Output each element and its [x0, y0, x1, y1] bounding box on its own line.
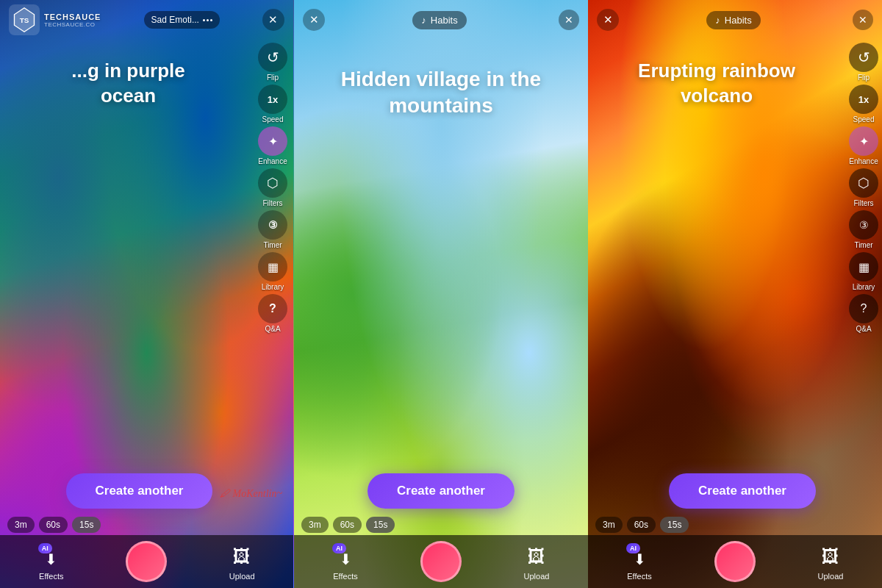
- effects-label-2: Effects: [333, 572, 357, 581]
- duration-3m-3[interactable]: 3m: [595, 517, 623, 533]
- effects-item-3[interactable]: AI ⬇ Effects: [626, 543, 653, 581]
- effects-item-1[interactable]: AI ⬇ Effects: [38, 543, 65, 581]
- enhance-label-3: Enhance: [849, 157, 878, 165]
- upload-label-2: Upload: [524, 572, 550, 581]
- close-btn-1[interactable]: ✕: [262, 9, 284, 31]
- flip-icon-3: ↺: [849, 43, 878, 72]
- tool-timer-3[interactable]: ③ Timer: [849, 210, 878, 249]
- tool-filters-3[interactable]: ⬡ Filters: [849, 168, 878, 207]
- tool-filters-1[interactable]: ⬡ Filters: [258, 168, 287, 207]
- tool-timer-1[interactable]: ③ Timer: [258, 210, 287, 249]
- library-label-3: Library: [853, 283, 875, 291]
- record-item-2[interactable]: [420, 541, 462, 582]
- center-title-1: ...g in purpleocean: [0, 59, 293, 109]
- tool-library-1[interactable]: ▦ Library: [258, 252, 287, 291]
- duration-3m-1[interactable]: 3m: [7, 517, 35, 533]
- upload-label-1: Upload: [229, 572, 255, 581]
- top-bar-3: ✕ ♪ Habits ✕: [588, 0, 882, 40]
- logo-text-sub: TECHSAUCE.CO: [44, 21, 101, 28]
- tool-library-3[interactable]: ▦ Library: [849, 252, 878, 291]
- effects-icon-1: AI ⬇: [38, 543, 65, 570]
- upload-item-3[interactable]: 🖼 Upload: [817, 543, 844, 581]
- speed-label-1: Speed: [262, 115, 284, 123]
- upload-label-3: Upload: [818, 572, 844, 581]
- duration-15s-1[interactable]: 15s: [72, 517, 101, 533]
- right-tools-3: ↺ Flip 1x Speed ✦ Enhance ⬡ Filters ③ Ti…: [849, 43, 878, 333]
- tool-flip-3[interactable]: ↺ Flip: [849, 43, 878, 82]
- tool-speed-1[interactable]: 1x Speed: [258, 85, 287, 123]
- tool-qa-1[interactable]: ? Q&A: [258, 294, 287, 333]
- panel3-title-text: Erupting rainbowvolcano: [638, 60, 795, 107]
- close-btn-left-3[interactable]: ✕: [597, 9, 619, 31]
- panel1-title-text: ...g in purpleocean: [71, 60, 185, 107]
- svg-text:TS: TS: [20, 16, 29, 24]
- record-item-3[interactable]: [714, 541, 756, 582]
- record-btn-1[interactable]: [126, 541, 167, 582]
- tool-qa-3[interactable]: ? Q&A: [849, 294, 878, 333]
- close-x-2[interactable]: ✕: [559, 10, 579, 30]
- filters-label-3: Filters: [853, 199, 873, 207]
- tool-enhance-1[interactable]: ✦ Enhance: [258, 126, 287, 165]
- duration-bar-3: 3m 60s 15s: [595, 517, 689, 533]
- music-pill-2[interactable]: ♪ Habits: [412, 11, 466, 29]
- upload-item-2[interactable]: 🖼 Upload: [523, 543, 550, 581]
- enhance-icon-3: ✦: [849, 126, 878, 156]
- tool-speed-3[interactable]: 1x Speed: [849, 85, 878, 123]
- library-icon-3: ▦: [849, 252, 878, 282]
- speed-label-3: Speed: [853, 115, 875, 123]
- effects-label-1: Effects: [39, 572, 63, 581]
- tool-enhance-3[interactable]: ✦ Enhance: [849, 126, 878, 165]
- record-btn-2[interactable]: [420, 541, 462, 582]
- close-x-3[interactable]: ✕: [853, 10, 873, 30]
- duration-60s-1[interactable]: 60s: [39, 517, 68, 533]
- effects-item-2[interactable]: AI ⬇ Effects: [332, 543, 359, 581]
- signature-1: 🖊 MoKentlin~: [220, 488, 282, 500]
- qa-label-1: Q&A: [265, 325, 280, 333]
- upload-icon-2: 🖼: [523, 543, 550, 570]
- top-bar-2: ✕ ♪ Habits ✕: [294, 0, 588, 40]
- effects-icon-2: AI ⬇: [332, 543, 359, 570]
- timer-icon-1: ③: [258, 210, 287, 240]
- top-bar-1: TS TECHSAUCE TECHSAUCE.CO Sad Emoti... ✕: [0, 0, 293, 40]
- duration-60s-3[interactable]: 60s: [627, 517, 656, 533]
- close-btn-left-2[interactable]: ✕: [303, 9, 325, 31]
- speed-icon-3: 1x: [849, 85, 878, 114]
- duration-15s-2[interactable]: 15s: [366, 517, 395, 533]
- enhance-label-1: Enhance: [258, 157, 287, 165]
- right-tools-1: ↺ Flip 1x Speed ✦ Enhance ⬡ Filters ③ Ti…: [258, 43, 287, 333]
- upload-item-1[interactable]: 🖼 Upload: [229, 543, 255, 581]
- upload-icon-3: 🖼: [817, 543, 844, 570]
- duration-3m-2[interactable]: 3m: [301, 517, 329, 533]
- music-pill-3[interactable]: ♪ Habits: [706, 11, 760, 29]
- effects-icon-3: AI ⬇: [626, 543, 653, 570]
- effects-label-3: Effects: [627, 572, 651, 581]
- duration-bar-2: 3m 60s 15s: [301, 517, 395, 533]
- duration-60s-2[interactable]: 60s: [333, 517, 362, 533]
- center-title-3: Erupting rainbowvolcano: [588, 59, 882, 109]
- filters-label-1: Filters: [262, 199, 282, 207]
- library-label-1: Library: [262, 283, 284, 291]
- record-item-1[interactable]: [126, 541, 167, 582]
- bottom-bar-2: AI ⬇ Effects 🖼 Upload: [294, 535, 588, 588]
- panel2-title-text: Hidden village in themountains: [341, 68, 541, 117]
- dots: [203, 19, 212, 21]
- create-another-btn-2[interactable]: Create another: [368, 473, 514, 509]
- flip-label-3: Flip: [858, 74, 870, 82]
- qa-icon-3: ?: [849, 294, 878, 323]
- bottom-bar-1: AI ⬇ Effects 🖼 Upload: [0, 535, 293, 588]
- music-label-2: Habits: [431, 15, 458, 26]
- create-another-btn-3[interactable]: Create another: [669, 473, 816, 509]
- panel-2: ✕ ♪ Habits ✕ Hidden village in themounta…: [294, 0, 588, 588]
- tool-flip-1[interactable]: ↺ Flip: [258, 43, 287, 82]
- create-another-btn-1[interactable]: Create another: [66, 473, 213, 509]
- techsauce-logo: TS: [11, 7, 37, 33]
- filters-icon-1: ⬡: [258, 168, 287, 198]
- panel-1: TS TECHSAUCE TECHSAUCE.CO Sad Emoti... ✕…: [0, 0, 294, 588]
- flip-label-1: Flip: [267, 74, 279, 82]
- record-btn-3[interactable]: [714, 541, 756, 582]
- duration-15s-3[interactable]: 15s: [660, 517, 689, 533]
- bottom-bar-3: AI ⬇ Effects 🖼 Upload: [588, 535, 882, 588]
- music-icon-2: ♪: [421, 15, 426, 26]
- sad-emoti-pill[interactable]: Sad Emoti...: [144, 11, 220, 29]
- upload-icon-1: 🖼: [229, 543, 255, 570]
